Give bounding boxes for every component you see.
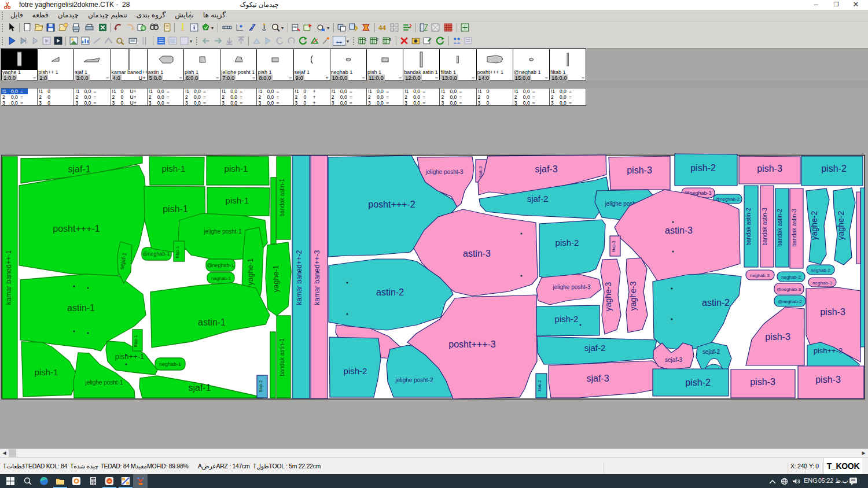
svg-text:posht+++-2: posht+++-2 (368, 199, 415, 209)
svg-text:pish-2: pish-2 (821, 164, 847, 173)
svg-text:bandak astin-1: bandak astin-1 (279, 179, 285, 217)
svg-text:jelighe posht-1: jelighe posht-1 (84, 379, 123, 386)
svg-text:pish-1: pish-1 (162, 164, 186, 173)
svg-text:neghab-3: neghab-3 (812, 280, 832, 286)
svg-text:bandak astin-3: bandak astin-3 (791, 209, 797, 247)
svg-text:bandak astin-3: bandak astin-3 (762, 208, 768, 246)
svg-text:astin-3: astin-3 (463, 249, 491, 258)
svg-text:jelighe posht-3: jelighe posht-3 (552, 284, 590, 290)
svg-text:sjaf-3: sjaf-3 (535, 164, 557, 174)
svg-text:sjaf-1: sjaf-1 (68, 164, 90, 174)
svg-text:kamar baned++-2: kamar baned++-2 (295, 250, 303, 305)
svg-text:neghab-2: neghab-2 (781, 275, 801, 280)
svg-text:astin-3: astin-3 (665, 225, 693, 235)
svg-text:fitab-3: fitab-3 (612, 241, 616, 252)
svg-text:filtab-1: filtab-1 (134, 335, 138, 347)
svg-text:yaghe-1: yaghe-1 (246, 258, 255, 286)
svg-text:1: 1 (364, 37, 366, 42)
svg-text:posht+++-1: posht+++-1 (53, 224, 100, 234)
svg-text:@neghab-1: @neghab-1 (207, 263, 234, 268)
svg-text:jelighe posht-3: jelighe posht-3 (425, 169, 463, 175)
svg-text:sjaf-1: sjaf-1 (188, 383, 211, 393)
svg-text:neghab-2: neghab-2 (811, 268, 830, 273)
svg-text:bandak astin-1: bandak astin-1 (279, 338, 285, 376)
svg-text:sejaf-2: sejaf-2 (703, 349, 720, 355)
svg-text:pish++-2: pish++-2 (814, 346, 843, 355)
svg-text:neghab-1: neghab-1 (159, 361, 181, 367)
svg-text:astin-2: astin-2 (376, 287, 404, 297)
svg-text:yaghe-1: yaghe-1 (271, 265, 280, 293)
svg-text:2: 2 (376, 37, 378, 42)
svg-text:yaghe-2: yaghe-2 (810, 210, 819, 240)
svg-text:astin-2: astin-2 (702, 298, 730, 308)
svg-text:jelighe posht-1: jelighe posht-1 (203, 228, 241, 235)
svg-text:pish-2: pish-2 (555, 314, 579, 324)
svg-text:astin-1: astin-1 (67, 303, 95, 313)
svg-text:fitab-2: fitab-2 (538, 380, 542, 391)
svg-text:yaghe-3: yaghe-3 (628, 281, 638, 310)
svg-text:pish-3: pish-3 (750, 377, 775, 387)
svg-text:pish-1: pish-1 (163, 204, 188, 214)
svg-text:kamar baned++-3: kamar baned++-3 (313, 250, 321, 305)
svg-text:pish-3: pish-3 (820, 307, 845, 317)
svg-text:yaghe-2: yaghe-2 (836, 210, 845, 240)
svg-text:pish-1: pish-1 (226, 195, 249, 205)
svg-text:sjaf-2: sjaf-2 (584, 343, 606, 353)
svg-text:pish-2: pish-2 (690, 163, 716, 173)
svg-text:@neghab-2: @neghab-2 (715, 197, 740, 202)
svg-text:3: 3 (388, 37, 391, 42)
svg-text:pish-2: pish-2 (344, 366, 367, 376)
svg-text:jelighe posht-2: jelighe posht-2 (395, 377, 433, 383)
svg-text:naghab-1: naghab-1 (211, 276, 231, 281)
svg-text:astin-1: astin-1 (198, 317, 226, 327)
svg-text:sejaf-3: sejaf-3 (665, 357, 682, 363)
svg-text:44: 44 (378, 24, 386, 31)
svg-text:kamar baned++-1: kamar baned++-1 (5, 250, 13, 305)
svg-text:bandak astin-2: bandak astin-2 (777, 209, 783, 247)
svg-text:pish-3: pish-3 (627, 165, 652, 175)
svg-text:pish-2: pish-2 (556, 238, 579, 247)
svg-text:@neghab-2: @neghab-2 (778, 299, 802, 304)
svg-text:pish-3: pish-3 (815, 375, 841, 385)
svg-text:pish-3: pish-3 (765, 332, 790, 342)
svg-text:pish++-1: pish++-1 (115, 352, 145, 361)
svg-text:@neghab-3: @neghab-3 (777, 287, 801, 292)
svg-text:posht+++-3: posht+++-3 (448, 339, 496, 349)
svg-text:sjaf-3: sjaf-3 (586, 374, 609, 383)
svg-text:bandak astin-2: bandak astin-2 (745, 208, 752, 246)
svg-text:pish-1: pish-1 (225, 164, 248, 173)
svg-text:yaghe-3: yaghe-3 (604, 282, 613, 311)
svg-text:sjaf-2: sjaf-2 (527, 194, 549, 204)
svg-text:@neghab-1: @neghab-1 (142, 251, 170, 257)
svg-text:filtab-1: filtab-1 (175, 246, 179, 258)
svg-text:pish-3: pish-3 (757, 164, 782, 173)
svg-text:pish-2: pish-2 (685, 378, 711, 387)
svg-text:pish-1: pish-1 (35, 367, 58, 377)
svg-text:filtab-2: filtab-2 (259, 380, 263, 392)
svg-text:neghab-3: neghab-3 (750, 273, 770, 278)
